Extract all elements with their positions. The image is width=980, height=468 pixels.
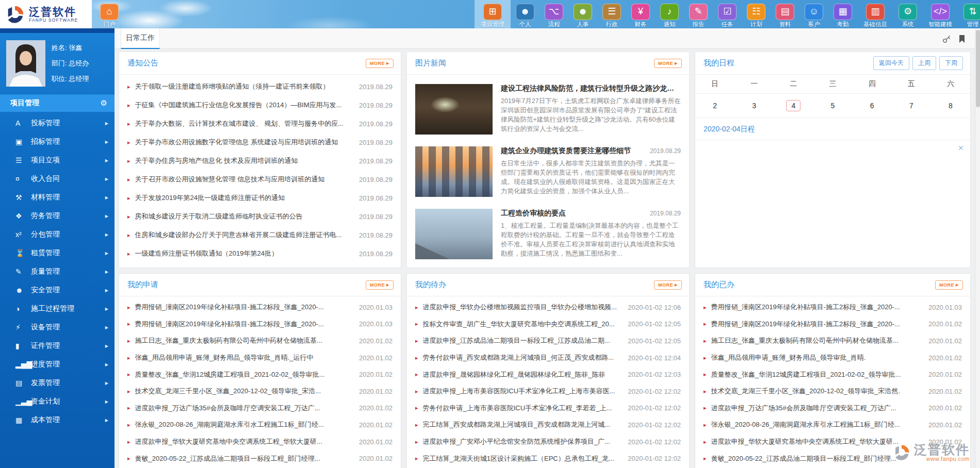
list-item[interactable]: ▸ 质量整改_张鑫_华润12城房建工程项目_2021-02-02_领导审批...… [127,366,393,383]
topnav-item[interactable]: ☷ 计划 [742,0,771,28]
calendar-date[interactable]: 7 [892,94,931,118]
prev-week-button[interactable]: 上周 [912,56,936,70]
topnav-item[interactable]: ☻ 人事 [568,0,597,28]
list-item[interactable]: ▸ 完工结算_龙湖天街城1区设计采购施工（EPC）总承包工程_龙... 2020… [415,450,681,467]
list-item[interactable]: ▸ 费用报销_潼南区2019年绿化补贴项目-施工2标段_张鑫_2020-... … [704,299,962,316]
list-item[interactable]: ▸ 费用报销_潼南区2019年绿化补贴项目-施工2标段_张鑫_2020-... … [127,299,393,316]
more-button[interactable]: MORE▶ [654,280,682,290]
calendar-date[interactable]: 3 [734,94,774,118]
calendar-date[interactable]: 4 [774,94,813,118]
close-icon[interactable]: × [958,143,963,153]
sidebar-item[interactable]: ▦ 成本管理 ▶ [0,411,115,429]
list-item[interactable]: ▸ 张永银_2020-08-26_湖南洞庭湖水库引水工程施工1标_部门经... … [127,416,393,433]
more-button[interactable]: MORE▶ [935,280,963,290]
sidebar-item[interactable]: ⚒ 材料管理 ▶ [0,188,115,207]
list-item[interactable]: ▸ 进度款申报_上海市美容医院ICU手术室净化工程_上海市美容医... 2020… [415,383,681,400]
list-item[interactable]: ▸ 张鑫_用品领用申请_账簿_财务用品_领导审批_肖晴._运行中 2020.01… [127,349,393,366]
list-item[interactable]: ▸ 一级建造师注册证书领取通知（2019年第24批） 2019.08.29 [127,244,393,263]
gear-icon[interactable]: ⚙ [101,98,107,108]
list-item[interactable]: ▸ 关于举办大数据、云计算技术在城市建设、 规划、管理与服务中的应... 201… [127,114,393,133]
list-item[interactable]: ▸ 住房和城乡建设部办公厅关于同意吉林省开展二级建造师注册证书电... 2019… [127,226,393,244]
list-item[interactable]: ▸ 投标文件审查_胡广生_华软大厦研究基地中央空调系统工程_20... 2020… [415,316,681,333]
tab-daily-work[interactable]: 日常工作 [121,28,160,49]
list-item[interactable]: ▸ 于征集《中国建筑施工行业信息化发展报告（2014）—BIM应用与发... 2… [127,96,393,114]
list-item[interactable]: ▸ 施工日志_张鑫_重庆太极制药有限公司亳州中药材仓储物流基... 2020.0… [704,332,962,349]
sidebar-item[interactable]: ▂▅▇ 进度管理 ▶ [0,355,115,374]
topnav-item[interactable]: ⚙ 系统 [893,0,922,28]
list-item[interactable]: ▸ 劳务付款申请_西安成都路龙湖上河城项目_何正茂_西安成都路... 2020-… [415,349,681,366]
list-item[interactable]: ▸ 劳务付款申请_上海市美容医院ICU手术室净化工程_李若若_上... 2020… [415,400,681,417]
list-item[interactable]: ▸ 房和城乡建设厅关于取消二级建造师临时执业证书的公告 2019.08.29 [127,207,393,226]
sidebar-section-header[interactable]: 项目管理 ⚙ [0,94,115,112]
list-item[interactable]: ▸ 黄敏_2020-05-22_江苏成品油二期项目一标段工程_部门经理... 2… [127,450,393,467]
sidebar-item[interactable]: ⚡ 设备管理 ▶ [0,318,115,337]
list-item[interactable]: ▸ 进度款申报_万达广场35#会所及咖啡厅空调安装工程_万达广... 2020.… [704,400,962,417]
topnav-item[interactable]: </> 智能建模 [922,0,958,28]
next-week-button[interactable]: 下周 [939,56,963,70]
list-item[interactable]: ▸ 费用报销_潼南区2019年绿化补贴项目-施工2标段_张鑫_2020-... … [704,316,962,333]
topnav-item[interactable]: ¥ 财务 [626,0,655,28]
sidebar-item[interactable]: x² 分包管理 ▶ [0,225,115,244]
list-item[interactable]: ▸ 进度款申报_万达广场35#会所及咖啡厅空调安装工程_万达广... 2020.… [127,400,393,417]
sidebar-item[interactable]: ❖ 劳务管理 ▶ [0,207,115,225]
list-item[interactable]: ▸ 费用报销_潼南区2019年绿化补贴项目-施工2标段_张鑫_2020-... … [127,316,393,333]
sidebar-item[interactable]: ¤ 收入合同 ▶ [0,170,115,188]
sidebar-item[interactable]: ☰ 项目立项 ▶ [0,151,115,170]
list-item[interactable]: ▸ 关于领取一级注册建造师增项贴的通知（须持一建证书前来领取） 2019.08.… [127,77,393,96]
topnav-item[interactable]: ✎ 报告 [684,0,713,28]
calendar-date[interactable]: 8 [931,94,970,118]
topnav-item[interactable]: ☻ 个人 [511,0,540,28]
list-item[interactable]: ▸ 质量整改_张鑫_华润12城房建工程项目_2021-02-02_领导审批...… [704,366,962,383]
topnav-item[interactable]: ☺ 客户 [799,0,828,28]
list-item[interactable]: ▸ 进度款申报_晟铭园林绿化工程_晟铭园林绿化工程_陈菲_陈菲 2020-01-… [415,366,681,383]
list-item[interactable]: ▸ 关于举办市政公用设施数字化管理信息 系统建设与应用培训班的通知 2019.0… [127,133,393,152]
sidebar-item[interactable]: ✎ 质量管理 ▶ [0,262,115,281]
avatar[interactable] [6,40,45,87]
scrollbar-thumb[interactable] [976,30,980,107]
vertical-scrollbar[interactable] [975,28,980,468]
list-item[interactable]: ▸ 进度款申报_华软大厦研究基地中央空调系统工程_华软大厦研... 2020.0… [127,433,393,450]
list-item[interactable]: ▸ 完工结算_西安成都路龙湖上河城项目_西安成都路龙湖上河城... 2020-0… [415,416,681,433]
list-item[interactable]: ▸ 关于发放2019年第24批一级建造师注册证书的通知 2019.08.29 [127,189,393,207]
key-icon[interactable] [942,35,951,43]
news-item[interactable]: 工程造价审核的要点 2019.08.29 1、核准工程量。工程量是编制决算最基本… [415,203,681,265]
topnav-item[interactable]: ▥ 基础信息 [857,0,893,28]
list-item[interactable]: ▸ 技术交底_龙湖三千里小区_张鑫_2020-12-02_领导审批_宋浩然. 2… [704,383,962,400]
sidebar-item[interactable]: ☻ 安全管理 ▶ [0,281,115,299]
list-item[interactable]: ▸ 施工日志_张鑫_重庆太极制药有限公司亳州中药材仓储物流基... 2020.0… [127,332,393,349]
topnav-item[interactable]: ☑ 任务 [713,0,742,28]
list-item[interactable]: ▸ 关于举办住房与房地产信息化 技术及应用培训班的通知 2019.08.29 [127,152,393,170]
list-item[interactable]: ▸ 技术交底_龙湖三千里小区_张鑫_2020-12-02_领导审批_宋浩... … [127,383,393,400]
sidebar-item[interactable]: ▣ 招标管理 ▶ [0,132,115,151]
list-item[interactable]: ▸ 进度款申报_江苏成品油二期项目一标段工程_江苏成品油二期... 2020-0… [415,332,681,349]
topnav-item-portal[interactable]: ⌂ 门户 [95,0,124,28]
news-item[interactable]: 建筑企业办理建筑资质需要注意哪些细节 2019.08.29 在日常生活中，很多人… [415,140,681,203]
more-button[interactable]: MORE▶ [366,280,394,290]
list-item[interactable]: ▸ 张鑫_用品领用申请_账簿_财务用品_领导审批_肖晴. 2020.01.02 [704,349,962,366]
calendar-date[interactable]: 6 [853,94,892,118]
sidebar-item[interactable]: ⌛ 租赁管理 ▶ [0,244,115,262]
topnav-item[interactable]: ⇅ 管理 [958,0,980,28]
more-button[interactable]: MORE▶ [654,59,682,68]
more-button[interactable]: MORE▶ [366,59,394,68]
list-item[interactable]: ▸ 关于召开市政公用设施智慧化管理 信息技术与应用培训班的通知 2019.08.… [127,170,393,189]
sidebar-item[interactable]: A 投标管理 ▶ [0,114,115,132]
sidebar-item[interactable]: ▁▃▅ 资金计划 ▶ [0,392,115,411]
list-item[interactable]: ▸ 张永银_2020-08-26_湖南洞庭湖水库引水工程施工1标_部门经... … [704,416,962,433]
sidebar-item[interactable]: ▤ 发票管理 ▶ [0,374,115,392]
calendar-date[interactable]: 5 [813,94,852,118]
news-item[interactable]: 建设工程法律风险防范，建筑行业转型升级之路沙龙活动 2019年7月27日下午，土… [415,78,681,140]
calendar-date[interactable]: 2 [695,94,734,118]
topnav-item[interactable]: ▦ 考勤 [828,0,857,28]
topnav-item[interactable]: ⊞ 项目管理 [475,0,511,28]
back-to-today-button[interactable]: 返回今天 [873,56,909,70]
topnav-item[interactable]: ♪ 通知 [655,0,684,28]
bookmark-icon[interactable] [958,35,966,43]
sidebar-item[interactable]: ▮ 证件管理 ▶ [0,337,115,355]
list-item[interactable]: ▸ 进度款申报_广安邓小平纪念馆安全防范系统维护保养项目_广... 2020-0… [415,433,681,450]
list-item[interactable]: ▸ 进度款申报_华软办公楼增加视频监控项目_华软办公楼增加视频... 2020-… [415,299,681,316]
topnav-item[interactable]: ▤ 资料 [771,0,799,28]
topnav-item[interactable]: ⌥ 流程 [540,0,568,28]
sidebar-item[interactable]: ◑ 施工过程管理 ▶ [0,299,115,318]
topnav-item[interactable]: ☰ 行政 [597,0,626,28]
